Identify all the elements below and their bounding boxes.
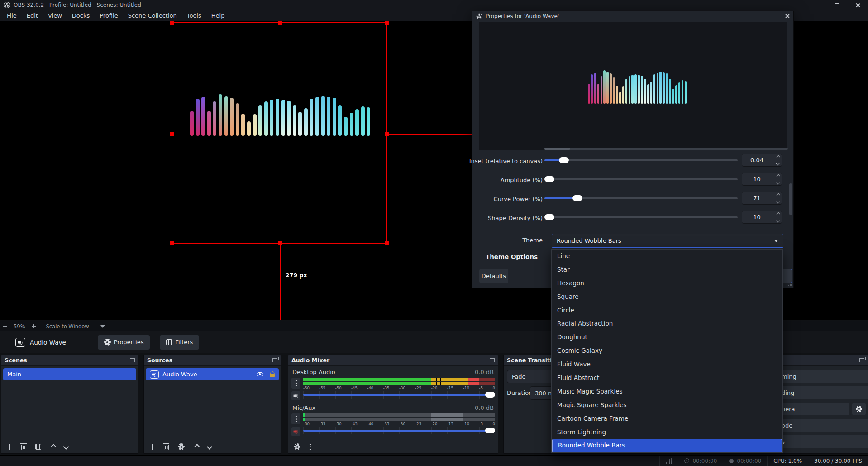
dropdown-item-square[interactable]: Square (552, 290, 782, 304)
kebab-dots-icon[interactable] (310, 444, 311, 450)
minimize-button[interactable] (806, 0, 826, 10)
slider-handle[interactable] (559, 157, 569, 163)
scene-filters-icon[interactable] (35, 444, 41, 450)
popout-icon[interactable] (490, 358, 495, 362)
dropdown-item-magic-square-sparkles[interactable]: Magic Square Sparkles (552, 399, 782, 412)
menu-scene-collection[interactable]: Scene Collection (123, 10, 182, 21)
properties-button[interactable]: Properties (98, 335, 150, 350)
spin-down-button[interactable] (772, 198, 782, 204)
resize-handle[interactable] (170, 241, 174, 245)
filters-button[interactable]: Filters (160, 335, 199, 350)
menu-profile[interactable]: Profile (95, 10, 123, 21)
dropdown-item-hexagon[interactable]: Hexagon (552, 277, 782, 290)
spin-up-button[interactable] (772, 154, 782, 160)
move-down-icon[interactable] (207, 444, 213, 450)
popout-icon[interactable] (272, 358, 277, 362)
scene-item-main[interactable]: Main (3, 368, 136, 380)
control-button[interactable]: ode (778, 419, 868, 432)
wave-bar (264, 101, 268, 136)
spin-down-button[interactable] (772, 160, 782, 166)
popout-icon[interactable] (859, 358, 864, 362)
menu-tools[interactable]: Tools (182, 10, 206, 21)
spin-down-button[interactable] (772, 217, 782, 223)
mute-button[interactable] (291, 391, 300, 400)
slider-handle[interactable] (544, 176, 554, 182)
prop-slider[interactable] (544, 214, 738, 220)
dropdown-item-line[interactable]: Line (552, 250, 782, 263)
remove-source-icon[interactable] (164, 445, 169, 450)
channel-options-button[interactable] (291, 413, 300, 424)
dialog-close-icon[interactable] (785, 14, 790, 19)
volume-slider[interactable] (303, 428, 495, 433)
remove-scene-icon[interactable] (21, 445, 26, 450)
popout-icon[interactable] (130, 358, 135, 362)
move-up-icon[interactable] (194, 444, 200, 450)
virtual-camera-config-button[interactable] (852, 403, 866, 415)
dropdown-item-doughnut[interactable]: Doughnut (552, 331, 782, 344)
zoom-out-icon[interactable] (3, 326, 7, 327)
visibility-eye-icon[interactable] (257, 372, 263, 376)
menu-docks[interactable]: Docks (67, 10, 95, 21)
slider-handle[interactable] (544, 214, 554, 220)
channel-options-button[interactable] (291, 378, 300, 389)
resize-handle[interactable] (385, 241, 389, 245)
prop-slider[interactable] (544, 195, 738, 201)
resize-handle[interactable] (170, 132, 174, 136)
prop-spinbox[interactable]: 71 (742, 192, 782, 205)
dropdown-item-radial-abstraction[interactable]: Radial Abstraction (552, 317, 782, 331)
menu-help[interactable]: Help (206, 10, 230, 21)
dropdown-item-circle[interactable]: Circle (552, 304, 782, 317)
prop-spinbox[interactable]: 0.04 (742, 154, 782, 167)
partial-slider[interactable] (544, 148, 788, 150)
add-source-icon[interactable] (149, 444, 155, 450)
menu-view[interactable]: View (43, 10, 67, 21)
spin-up-button[interactable] (772, 173, 782, 179)
resize-handle[interactable] (278, 21, 282, 25)
move-down-icon[interactable] (63, 444, 69, 450)
add-scene-icon[interactable] (7, 444, 12, 450)
volume-slider[interactable] (303, 392, 495, 398)
theme-select[interactable]: Rounded Wobble Bars (552, 234, 783, 248)
dropdown-item-fluid-wave[interactable]: Fluid Wave (552, 358, 782, 371)
prop-slider[interactable] (544, 157, 738, 163)
zoom-in-icon[interactable] (32, 324, 36, 328)
dropdown-item-rounded-wobble-bars[interactable]: Rounded Wobble Bars (552, 439, 782, 452)
prop-spinbox[interactable]: 10 (742, 173, 782, 186)
dialog-title-bar[interactable]: Properties for 'Audio Wave' (472, 11, 793, 21)
dropdown-item-fluid-abstract[interactable]: Fluid Abstract (552, 371, 782, 385)
spin-up-button[interactable] (772, 192, 782, 198)
resize-handle[interactable] (170, 21, 174, 25)
menu-file[interactable]: File (2, 10, 22, 21)
lock-icon[interactable] (270, 374, 275, 377)
menu-edit[interactable]: Edit (22, 10, 43, 21)
resize-grip[interactable] (788, 282, 792, 287)
control-button[interactable]: s (778, 435, 868, 448)
close-button[interactable] (847, 0, 868, 10)
prop-slider[interactable] (544, 176, 738, 182)
dropdown-item-cosmic-galaxy[interactable]: Cosmic Galaxy (552, 344, 782, 358)
control-button[interactable]: ming (778, 370, 868, 383)
advanced-audio-icon[interactable] (294, 443, 300, 450)
move-up-icon[interactable] (51, 444, 57, 450)
dropdown-item-cartoon-camera-frame[interactable]: Cartoon Camera Frame (552, 412, 782, 426)
prop-spinbox[interactable]: 10 (742, 211, 782, 224)
slider-handle[interactable] (485, 392, 495, 398)
resize-handle[interactable] (385, 21, 389, 25)
dialog-scrollbar[interactable] (789, 183, 792, 215)
maximize-button[interactable] (826, 0, 847, 10)
spin-down-button[interactable] (772, 179, 782, 185)
spin-up-button[interactable] (772, 211, 782, 217)
defaults-button[interactable]: Defaults (479, 269, 508, 283)
control-button[interactable]: nera (778, 403, 849, 415)
dropdown-item-storm-lightning[interactable]: Storm Lightning (552, 426, 782, 439)
dropdown-item-star[interactable]: Star (552, 263, 782, 277)
slider-handle[interactable] (572, 195, 582, 201)
scale-mode[interactable]: Scale to Window (46, 323, 89, 330)
control-button[interactable]: ding (778, 386, 868, 399)
slider-handle[interactable] (485, 428, 495, 433)
dropdown-item-music-magic-sparkles[interactable]: Music Magic Sparkles (552, 385, 782, 399)
source-item-audio-wave[interactable]: Audio Wave (146, 368, 279, 380)
scale-mode-caret-icon[interactable] (100, 325, 105, 328)
mute-button-muted[interactable] (291, 427, 300, 436)
source-properties-icon[interactable] (178, 443, 185, 450)
